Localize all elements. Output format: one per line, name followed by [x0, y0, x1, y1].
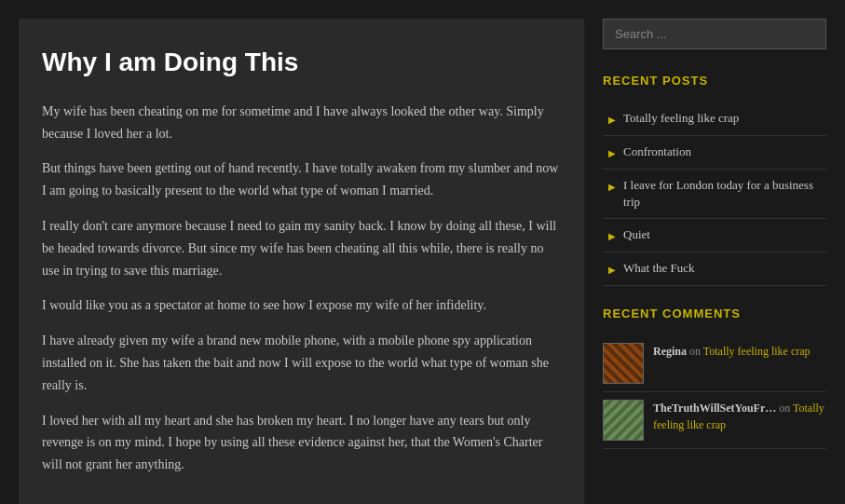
- comment-text: Regina on Totally feeling like crap: [653, 343, 811, 360]
- arrow-icon: ▶: [608, 146, 616, 161]
- posts-list: ▶Totally feeling like crap▶Confrontation…: [603, 102, 826, 286]
- arrow-icon: ▶: [608, 113, 616, 128]
- comment-item: Regina on Totally feeling like crap: [603, 335, 826, 392]
- page-layout: Why I am Doing This My wife has been che…: [0, 0, 845, 504]
- recent-posts-title: RECENT POSTS: [603, 72, 826, 91]
- arrow-icon: ▶: [608, 180, 616, 195]
- recent-comments-section: RECENT COMMENTS Regina on Totally feelin…: [603, 305, 826, 449]
- post-item[interactable]: ▶Confrontation: [603, 136, 826, 170]
- comment-text: TheTruthWillSetYouFr… on Totally feeling…: [653, 400, 826, 433]
- post-item[interactable]: ▶I leave for London today for a business…: [603, 170, 826, 219]
- post-item[interactable]: ▶Quiet: [603, 219, 826, 252]
- comment-on-text: on: [779, 402, 793, 415]
- arrow-icon: ▶: [608, 229, 616, 244]
- article-paragraph: I would like you as a spectator at home …: [42, 294, 561, 317]
- comment-on-text: on: [689, 345, 703, 358]
- post-title: What the Fuck: [623, 260, 695, 277]
- recent-comments-title: RECENT COMMENTS: [603, 305, 826, 324]
- article-paragraph: But things have been getting out of hand…: [42, 157, 561, 202]
- sidebar: RECENT POSTS ▶Totally feeling like crap▶…: [603, 19, 826, 504]
- comment-author: Regina: [653, 345, 689, 358]
- article-body: My wife has been cheating on me for some…: [42, 101, 561, 476]
- avatar: [603, 400, 644, 441]
- comment-item: TheTruthWillSetYouFr… on Totally feeling…: [603, 392, 826, 449]
- main-content: Why I am Doing This My wife has been che…: [19, 19, 584, 504]
- post-title: Confrontation: [623, 143, 691, 160]
- search-input[interactable]: [603, 19, 826, 49]
- post-title: Quiet: [623, 226, 650, 243]
- comment-post-link[interactable]: Totally feeling like crap: [703, 345, 811, 358]
- arrow-icon: ▶: [608, 263, 616, 278]
- recent-posts-section: RECENT POSTS ▶Totally feeling like crap▶…: [603, 72, 826, 286]
- avatar: [603, 343, 644, 384]
- comment-author: TheTruthWillSetYouFr…: [653, 402, 779, 415]
- post-title: Totally feeling like crap: [623, 110, 739, 127]
- article-paragraph: I have already given my wife a brand new…: [42, 330, 561, 396]
- article-paragraph: I loved her with all my heart and she ha…: [42, 410, 561, 476]
- article-paragraph: My wife has been cheating on me for some…: [42, 101, 561, 145]
- post-title: I leave for London today for a business …: [623, 177, 821, 211]
- post-item[interactable]: ▶What the Fuck: [603, 252, 826, 286]
- post-item[interactable]: ▶Totally feeling like crap: [603, 102, 826, 136]
- comments-list: Regina on Totally feeling like crapTheTr…: [603, 335, 826, 449]
- article-paragraph: I really don't care anymore because I ne…: [42, 215, 561, 281]
- page-title: Why I am Doing This: [42, 42, 561, 84]
